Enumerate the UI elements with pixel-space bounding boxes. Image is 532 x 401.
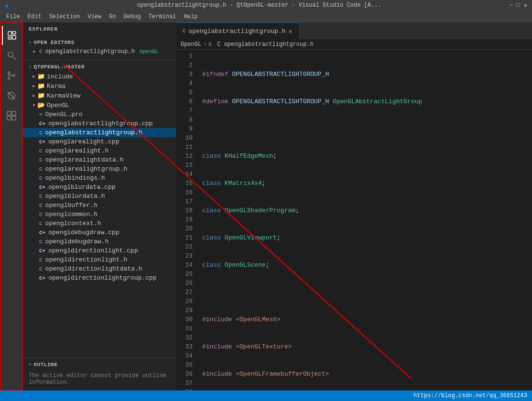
outline-title[interactable]: ▾ OUTLINE [23, 360, 176, 369]
project-title[interactable]: ▾ QTOPENGL-MASTER [23, 62, 176, 72]
folder-icon: 📂 [37, 101, 45, 109]
menu-item-edit[interactable]: Edit [24, 12, 45, 21]
editor-tab-active[interactable]: C openglabstractlightgroup.h ✕ [176, 22, 300, 39]
menu-item-go[interactable]: Go [105, 12, 119, 21]
editor-area: C openglabstractlightgroup.h ✕ OpenGL › … [176, 22, 532, 390]
file-type-icon: C [39, 175, 43, 181]
svg-point-4 [8, 52, 13, 57]
status-url: https://blog.csdn.net/qq_36651243 [413, 392, 527, 399]
svg-rect-14 [7, 116, 11, 120]
folder-karma[interactable]: ▶ 📁 Karma [23, 81, 176, 91]
file-directionlightdatah[interactable]: C opengldirectionlightdata.h [23, 264, 176, 273]
open-editor-item[interactable]: ✕ C openglabstractlightgroup.h OpenGL [23, 47, 176, 56]
sidebar: EXPLORER ▾ OPEN EDITORS ✕ C openglabstra… [23, 22, 176, 390]
menu-item-file[interactable]: File [2, 12, 24, 21]
file-type-icon: C+ [39, 121, 45, 127]
file-openglpro[interactable]: ≡ OpenGL.pro [23, 110, 176, 119]
folder-icon: 📁 [37, 82, 45, 90]
file-type-icon: C+ [39, 139, 45, 145]
file-arealightdatah[interactable]: C openglarealightdata.h [23, 155, 176, 164]
file-bindingsh[interactable]: C openglbindings.h [23, 173, 176, 183]
file-bufferh[interactable]: C openglbuffer.h [23, 201, 176, 210]
file-blurdatah[interactable]: C openglblurdata.h [23, 192, 176, 201]
folder-arrow: ▾ [33, 102, 35, 108]
svg-point-6 [8, 72, 10, 74]
outline-section: ▾ OUTLINE The active editor cannot provi… [23, 358, 176, 390]
file-type-icon: C [39, 266, 43, 272]
svg-rect-3 [8, 37, 11, 39]
source-control-icon[interactable] [2, 66, 21, 85]
folder-include[interactable]: ▶ 📁 include [23, 72, 176, 81]
outline-message: The active editor cannot provide outline… [23, 369, 176, 389]
file-tree: ▾ QTOPENGL-MASTER ▶ 📁 include ▶ 📁 Karma … [23, 62, 176, 358]
file-type-icon: C+ [39, 275, 45, 281]
svg-line-5 [12, 56, 15, 59]
file-directionlightgroupcpp[interactable]: C+ opengldirectionlightgroup.cpp [23, 273, 176, 282]
menu-bar: File Edit Selection View Go Debug Termin… [0, 11, 532, 22]
main-layout: EXPLORER ▾ OPEN EDITORS ✕ C openglabstra… [0, 22, 532, 390]
svg-rect-13 [12, 111, 16, 115]
file-arealightgrouph[interactable]: C openglarealightgroup.h [23, 164, 176, 173]
file-blurdatacpp[interactable]: C+ openglblurdata.cpp [23, 183, 176, 192]
breadcrumb-sep: › [203, 41, 206, 48]
code-editor[interactable]: 123 456 789 101112 131415 161718 192021 … [176, 50, 532, 390]
file-type-icon: C [39, 166, 43, 172]
menu-item-terminal[interactable]: Terminal [145, 12, 180, 21]
extensions-icon[interactable] [2, 106, 21, 125]
explorer-icon[interactable] [2, 26, 21, 45]
file-type-icon: C [39, 239, 43, 245]
svg-rect-0 [8, 32, 11, 36]
folder-icon: 📁 [37, 73, 45, 80]
file-abstracth[interactable]: C openglabstractlightgroup.h [23, 128, 176, 137]
status-bar: https://blog.csdn.net/qq_36651243 [0, 390, 532, 401]
file-type-icon: C [39, 49, 43, 54]
folder-icon: 📁 [37, 92, 45, 99]
svg-point-7 [8, 77, 10, 79]
svg-rect-1 [12, 32, 16, 34]
file-type-icon: C [39, 130, 43, 136]
menu-item-help[interactable]: Help [180, 12, 201, 21]
menu-item-debug[interactable]: Debug [120, 12, 145, 21]
line-numbers: 123 456 789 101112 131415 161718 192021 … [176, 50, 197, 390]
app-icon: ◆ [5, 1, 9, 10]
file-debugdrawh[interactable]: C opengldebugdraw.h [23, 237, 176, 246]
breadcrumb-opengl[interactable]: OpenGL [181, 41, 201, 48]
file-type-icon: C [39, 203, 43, 208]
sidebar-header: EXPLORER [23, 22, 176, 36]
file-type-icon: C [39, 148, 43, 154]
folder-opengl[interactable]: ▾ 📂 OpenGL [23, 100, 176, 110]
file-arealighth[interactable]: C openglarealight.h [23, 146, 176, 155]
code-content[interactable]: #ifndef OPENGLABSTRACTLIGHTGROUP_H #defi… [197, 50, 532, 390]
file-type-icon: C [39, 157, 43, 163]
debug-icon[interactable] [2, 86, 21, 105]
window-controls: − □ ✕ [509, 2, 527, 9]
open-editors-arrow: ▾ [29, 40, 32, 45]
svg-rect-2 [12, 35, 16, 39]
file-commonh[interactable]: C openglcommon.h [23, 210, 176, 219]
title-bar: ◆ openglabstractlightgroup.h - QtOpenGL-… [0, 0, 532, 11]
svg-point-8 [13, 75, 15, 76]
file-type-icon: C [39, 212, 43, 217]
menu-item-selection[interactable]: Selection [45, 12, 84, 21]
close-file-icon[interactable]: ✕ [33, 49, 35, 54]
file-type-icon: C+ [39, 230, 45, 236]
file-debugdrawcpp[interactable]: C+ opengldebugdraw.cpp [23, 228, 176, 237]
file-type-icon: C+ [39, 248, 45, 254]
file-type-icon: C [39, 221, 43, 227]
folder-arrow: ▶ [33, 74, 35, 79]
open-editors-title[interactable]: ▾ OPEN EDITORS [23, 38, 176, 47]
file-arealightcpp[interactable]: C+ openglarealight.cpp [23, 137, 176, 146]
file-directionlightcpp[interactable]: C+ opengldirectionlight.cpp [23, 246, 176, 255]
search-icon[interactable] [2, 46, 21, 65]
menu-item-view[interactable]: View [84, 12, 105, 21]
folder-arrow: ▶ [33, 93, 35, 98]
folder-karmaview[interactable]: ▶ 📁 KarmaView [23, 91, 176, 100]
file-directionlighth[interactable]: C opengldirectionlight.h [23, 255, 176, 264]
file-type-icon: C [39, 257, 43, 263]
tab-bar: C openglabstractlightgroup.h ✕ [176, 22, 532, 39]
file-contexth[interactable]: C openglcontext.h [23, 219, 176, 228]
activity-bar [0, 22, 23, 390]
file-abstractcpp[interactable]: C+ openglabstractlightgroup.cpp [23, 119, 176, 128]
tab-close-button[interactable]: ✕ [288, 27, 292, 35]
open-editors-section: ▾ OPEN EDITORS ✕ C openglabstractlightgr… [23, 36, 176, 58]
